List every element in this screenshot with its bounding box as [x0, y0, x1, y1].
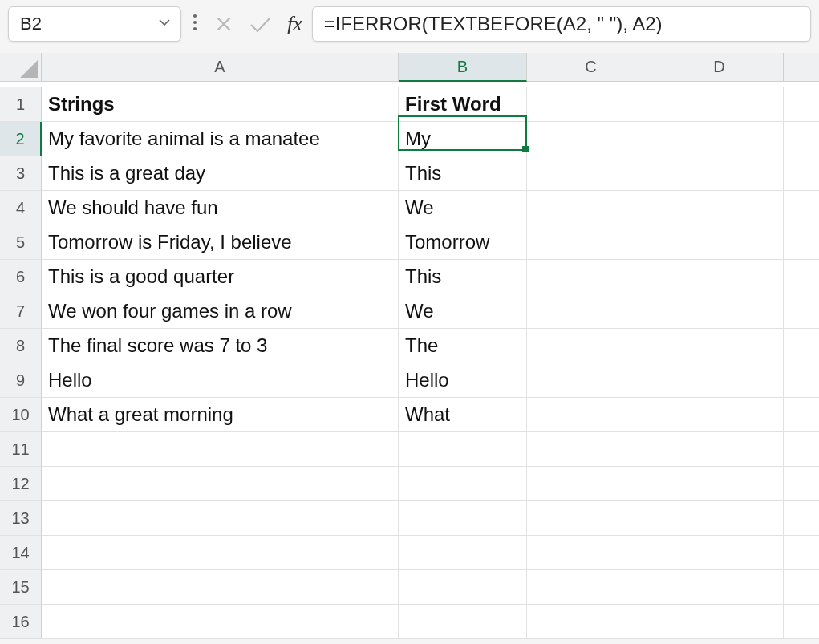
cell[interactable]: [527, 87, 655, 122]
cell[interactable]: [655, 87, 784, 122]
cell[interactable]: [527, 329, 655, 363]
cell[interactable]: [784, 501, 819, 536]
cell[interactable]: [655, 605, 784, 639]
cell[interactable]: [655, 122, 784, 156]
row-header[interactable]: 5: [0, 225, 42, 260]
cell[interactable]: [784, 605, 819, 639]
cell[interactable]: [784, 260, 819, 294]
cell[interactable]: [527, 605, 655, 639]
cell[interactable]: [784, 363, 819, 398]
cell[interactable]: [527, 536, 655, 570]
column-header[interactable]: C: [527, 53, 655, 82]
cell[interactable]: [527, 225, 655, 260]
cell[interactable]: [527, 467, 655, 501]
cell[interactable]: [655, 570, 784, 605]
cell[interactable]: [784, 398, 819, 432]
cell[interactable]: [42, 432, 399, 467]
cell[interactable]: [655, 501, 784, 536]
formula-input[interactable]: =IFERROR(TEXTBEFORE(A2, " "), A2): [312, 6, 811, 42]
cell[interactable]: [655, 467, 784, 501]
row-header[interactable]: 10: [0, 398, 42, 432]
select-all-corner[interactable]: [0, 53, 42, 82]
row-header[interactable]: 6: [0, 260, 42, 294]
row-header[interactable]: 13: [0, 501, 42, 536]
cell[interactable]: [42, 570, 399, 605]
cell[interactable]: [784, 122, 819, 156]
cell[interactable]: [399, 467, 527, 501]
row-header[interactable]: 4: [0, 191, 42, 225]
cell[interactable]: [527, 398, 655, 432]
row-header[interactable]: 11: [0, 432, 42, 467]
cell[interactable]: The final score was 7 to 3: [42, 329, 399, 363]
cell[interactable]: Tomorrow is Friday, I believe: [42, 225, 399, 260]
cell[interactable]: [784, 570, 819, 605]
cell[interactable]: Tomorrow: [399, 225, 527, 260]
cell[interactable]: [399, 536, 527, 570]
cell[interactable]: This is a great day: [42, 156, 399, 191]
kebab-menu-icon[interactable]: [191, 14, 199, 34]
fx-icon[interactable]: fx: [287, 12, 302, 36]
cell[interactable]: Strings: [42, 87, 399, 122]
cell[interactable]: [784, 467, 819, 501]
cell[interactable]: This: [399, 156, 527, 191]
cell[interactable]: We should have fun: [42, 191, 399, 225]
cell[interactable]: We: [399, 294, 527, 329]
cell[interactable]: We: [399, 191, 527, 225]
cell[interactable]: [527, 363, 655, 398]
cell[interactable]: [784, 294, 819, 329]
cell[interactable]: [784, 156, 819, 191]
enter-icon[interactable]: [249, 14, 273, 34]
column-header[interactable]: A: [42, 53, 399, 82]
cell[interactable]: [655, 363, 784, 398]
cell[interactable]: [399, 605, 527, 639]
cell[interactable]: [527, 122, 655, 156]
row-header[interactable]: 9: [0, 363, 42, 398]
column-header[interactable]: [784, 53, 819, 82]
cell[interactable]: [655, 398, 784, 432]
column-header[interactable]: B: [399, 53, 527, 82]
cell[interactable]: [784, 225, 819, 260]
cell[interactable]: [527, 501, 655, 536]
cell[interactable]: [784, 87, 819, 122]
cell[interactable]: [784, 536, 819, 570]
row-header[interactable]: 3: [0, 156, 42, 191]
row-header[interactable]: 12: [0, 467, 42, 501]
cell[interactable]: This is a good quarter: [42, 260, 399, 294]
cancel-icon[interactable]: [213, 14, 234, 34]
row-header[interactable]: 16: [0, 605, 42, 639]
cell[interactable]: [655, 329, 784, 363]
cell[interactable]: [784, 329, 819, 363]
cell[interactable]: [42, 605, 399, 639]
row-header[interactable]: 1: [0, 87, 42, 122]
cell[interactable]: What a great morning: [42, 398, 399, 432]
cell[interactable]: [655, 191, 784, 225]
cell[interactable]: The: [399, 329, 527, 363]
cell[interactable]: [527, 260, 655, 294]
cell[interactable]: [527, 156, 655, 191]
cell[interactable]: [784, 191, 819, 225]
row-header[interactable]: 14: [0, 536, 42, 570]
cell[interactable]: [42, 501, 399, 536]
chevron-down-icon[interactable]: [158, 16, 171, 32]
cell[interactable]: We won four games in a row: [42, 294, 399, 329]
cell[interactable]: [655, 536, 784, 570]
cell[interactable]: This: [399, 260, 527, 294]
cell[interactable]: [527, 570, 655, 605]
cell[interactable]: Hello: [42, 363, 399, 398]
cell[interactable]: [655, 432, 784, 467]
row-header[interactable]: 7: [0, 294, 42, 329]
cell[interactable]: First Word: [399, 87, 527, 122]
cell[interactable]: [527, 191, 655, 225]
cell[interactable]: [399, 501, 527, 536]
cell[interactable]: My: [399, 122, 527, 156]
cell[interactable]: [399, 432, 527, 467]
cell[interactable]: Hello: [399, 363, 527, 398]
cell[interactable]: [527, 294, 655, 329]
cell[interactable]: [655, 156, 784, 191]
cell[interactable]: [655, 260, 784, 294]
cell[interactable]: [655, 225, 784, 260]
name-box[interactable]: B2: [8, 6, 181, 42]
row-header[interactable]: 2: [0, 122, 42, 156]
cell[interactable]: What: [399, 398, 527, 432]
column-header[interactable]: D: [655, 53, 784, 82]
